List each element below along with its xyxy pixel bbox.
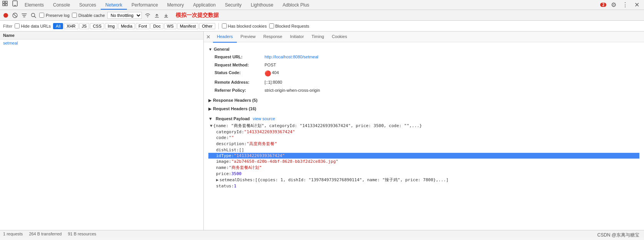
upload-icon[interactable] [153,12,160,19]
referrer-policy-row: Referrer Policy: strict-origin-when-cros… [208,86,639,94]
bottom-bar: 1 requests 264 B transferred 91 B resour… [0,230,644,237]
filter-btn-all[interactable]: All [53,23,63,29]
filter-btn-other[interactable]: Other [199,23,215,29]
tab-sources[interactable]: Sources [75,0,101,10]
request-payload-section: ▼ Request Payload view source ▼ {name: "… [208,115,639,189]
left-panel: Name setmeal [0,31,204,230]
payload-field-row: dishList: [] [208,147,639,153]
tab-console[interactable]: Console [48,0,75,10]
request-headers-section-header[interactable]: ▶ Request Headers (16) [208,105,639,113]
filter-btn-doc[interactable]: Doc [150,23,163,29]
request-method-key: Request Method: [215,62,265,68]
sub-tab-preview[interactable]: Preview [237,31,260,43]
record-button[interactable] [2,12,9,19]
transferred-size: 264 B transferred [29,232,62,236]
tab-application[interactable]: Application [188,0,220,10]
gear-icon[interactable]: ⚙ [610,2,617,8]
filter-btn-manifest[interactable]: Manifest [177,23,199,29]
payload-field-row: description: "高度商务套餐" [208,141,639,147]
field-key: image: [216,159,231,164]
field-key: description: [216,141,246,146]
sub-tab-cookies[interactable]: Cookies [328,31,351,43]
svg-rect-0 [3,1,5,3]
clear-button[interactable] [12,12,18,19]
field-value: "高度商务套餐" [246,141,277,147]
network-page-title: 模拟一次提交数据 [176,12,219,19]
request-row[interactable]: setmeal [0,40,203,46]
remote-address-row: Remote Address: [::1]:8080 [208,78,639,86]
field-expand-arrow[interactable]: ▶ [216,177,219,182]
request-method-value: POST [265,62,276,68]
payload-field-row: price: 3500 [208,171,639,177]
sub-tab-response[interactable]: Response [260,31,286,43]
payload-title: Request Payload [216,116,250,121]
payload-fields: categoryId: "141334226939367424"code: ""… [208,129,639,189]
svg-rect-3 [5,4,7,6]
payload-field-row[interactable]: idType: "141334226939367424" [208,153,639,159]
general-section-header[interactable]: ▼ General [208,45,639,53]
close-panel-button[interactable]: ✕ [205,34,211,40]
has-blocked-cookies-checkbox[interactable]: Has blocked cookies [222,23,267,28]
field-value: [] [239,147,244,152]
right-panel: ✕ HeadersPreviewResponseInitiatorTimingC… [204,31,644,230]
blocked-requests-checkbox[interactable]: Blocked Requests [269,23,310,28]
network-toolbar: Preserve log Disable cache No throttling… [0,10,644,21]
svg-rect-2 [3,4,5,6]
error-badge: 2 [600,3,606,7]
field-key: name: [216,165,229,170]
root-expand-arrow[interactable]: ▼ [210,124,213,128]
view-source-link[interactable]: view source [253,116,275,121]
filter-btn-ws[interactable]: WS [164,23,176,29]
search-icon[interactable] [30,12,37,19]
filter-btn-js[interactable]: JS [79,23,90,29]
request-url-key: Request URL: [215,54,265,60]
payload-root-row[interactable]: ▼ {name: "商务套餐A计划", categoryId: "1413342… [208,122,639,129]
more-icon[interactable]: ⋮ [622,2,629,8]
filter-btn-img[interactable]: Img [105,23,117,29]
tab-lighthouse[interactable]: Lighthouse [246,0,278,10]
tab-memory[interactable]: Memory [163,0,188,10]
response-headers-arrow: ▶ [208,98,211,103]
preserve-log-checkbox[interactable]: Preserve log [39,13,70,18]
filter-icon[interactable] [21,12,28,19]
field-key: setmealDishes: [220,177,255,182]
payload-field-row: ▶ setmealDishes: [{copies: 1, dishId: "1… [208,177,639,183]
remote-address-value: [::1]:8080 [265,79,282,86]
filter-btn-font[interactable]: Font [136,23,150,29]
referrer-policy-value: strict-origin-when-cross-origin [265,87,320,94]
devtools-tab-bar: Elements Console Sources Network Perform… [0,0,644,10]
filter-label: Filter [3,24,12,28]
device-icon[interactable] [12,0,18,7]
sub-tab-initiator[interactable]: Initiator [286,31,308,43]
payload-arrow[interactable]: ▼ [208,116,213,121]
request-headers-arrow: ▶ [208,107,211,111]
response-headers-section-header[interactable]: ▶ Response Headers (5) [208,96,639,104]
tab-adblock[interactable]: Adblock Plus [278,0,314,10]
field-key: code: [216,135,229,140]
hide-data-urls-checkbox[interactable]: Hide data URLs [15,23,51,28]
inspect-icon[interactable] [2,0,8,7]
disable-cache-checkbox[interactable]: Disable cache [72,13,105,18]
svg-line-8 [13,14,17,17]
payload-field-row: code: "" [208,135,639,141]
download-icon[interactable] [163,12,170,19]
tab-security[interactable]: Security [220,0,246,10]
field-value: "" [229,135,234,140]
tab-performance[interactable]: Performance [127,0,163,10]
tab-elements[interactable]: Elements [20,0,48,10]
throttle-select[interactable]: No throttling [107,12,142,19]
filter-btn-media[interactable]: Media [118,23,135,29]
filter-btn-xhr[interactable]: XHR [64,23,78,29]
filter-bar: Filter Hide data URLs AllXHRJSCSSImgMedi… [0,21,644,31]
wifi-icon[interactable] [144,12,151,19]
sub-tab-timing[interactable]: Timing [308,31,328,43]
resources-size: 91 B resources [68,232,96,236]
close-icon[interactable]: ✕ [633,2,640,8]
filter-btn-css[interactable]: CSS [90,23,104,29]
request-url-row: Request URL: http://localhost:8080/setme… [208,53,639,61]
tab-network[interactable]: Network [101,0,127,10]
remote-address-key: Remote Address: [215,79,265,86]
field-key: dishList: [216,147,239,152]
sub-tab-headers[interactable]: Headers [213,31,237,43]
root-summary: {name: "商务套餐A计划", categoryId: "141334226… [213,123,422,129]
